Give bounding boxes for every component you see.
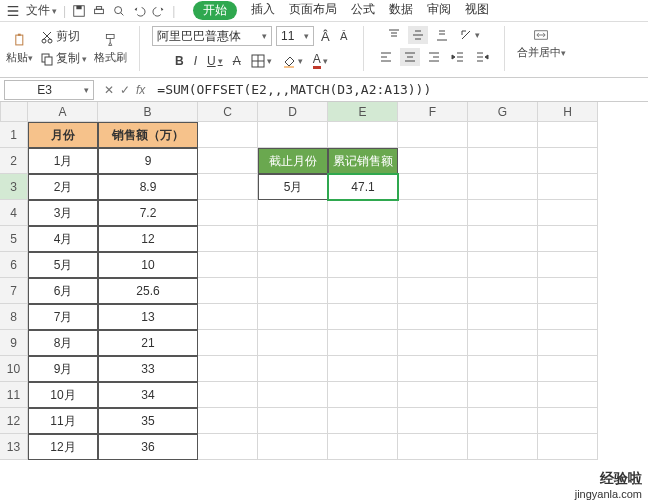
fx-icon[interactable]: fx	[136, 83, 145, 97]
cell[interactable]	[258, 408, 328, 434]
app-menu-icon[interactable]	[6, 4, 20, 18]
fill-color-button[interactable]: ▾	[279, 52, 306, 70]
cell[interactable]	[328, 304, 398, 330]
orientation-icon[interactable]: ▾	[456, 26, 483, 44]
cell[interactable]	[398, 434, 468, 460]
cell[interactable]	[258, 330, 328, 356]
col-header[interactable]: C	[198, 102, 258, 122]
cell[interactable]	[468, 304, 538, 330]
cell-month[interactable]: 3月	[28, 200, 98, 226]
cell[interactable]	[198, 122, 258, 148]
col-header[interactable]: H	[538, 102, 598, 122]
cell[interactable]	[468, 356, 538, 382]
cell[interactable]	[328, 122, 398, 148]
cell[interactable]	[198, 278, 258, 304]
italic-button[interactable]: I	[191, 52, 200, 70]
cell[interactable]	[258, 382, 328, 408]
cell-sales[interactable]: 25.6	[98, 278, 198, 304]
cell[interactable]	[328, 200, 398, 226]
cell-sales[interactable]: 35	[98, 408, 198, 434]
cell[interactable]	[198, 148, 258, 174]
paste-icon[interactable]	[10, 31, 30, 49]
cell[interactable]	[538, 148, 598, 174]
row-header[interactable]: 4	[0, 200, 28, 226]
cell-sales[interactable]: 12	[98, 226, 198, 252]
cell-sales[interactable]: 34	[98, 382, 198, 408]
cell[interactable]	[538, 356, 598, 382]
select-all-corner[interactable]	[0, 102, 28, 122]
undo-icon[interactable]	[132, 4, 146, 18]
col-header[interactable]: A	[28, 102, 98, 122]
cancel-formula-icon[interactable]: ✕	[104, 83, 114, 97]
cell[interactable]	[538, 434, 598, 460]
cell[interactable]	[398, 200, 468, 226]
accept-formula-icon[interactable]: ✓	[120, 83, 130, 97]
preview-icon[interactable]	[112, 4, 126, 18]
row-header[interactable]: 7	[0, 278, 28, 304]
cell[interactable]	[198, 330, 258, 356]
row-header[interactable]: 8	[0, 304, 28, 330]
cell[interactable]	[398, 408, 468, 434]
cell-sales[interactable]: 13	[98, 304, 198, 330]
cell-month[interactable]: 7月	[28, 304, 98, 330]
cell[interactable]	[468, 252, 538, 278]
cell[interactable]	[328, 356, 398, 382]
cell[interactable]	[468, 278, 538, 304]
row-header[interactable]: 12	[0, 408, 28, 434]
cell[interactable]	[198, 174, 258, 200]
font-size-select[interactable]: 11▾	[276, 26, 314, 46]
cell[interactable]	[198, 200, 258, 226]
cell-month[interactable]: 12月	[28, 434, 98, 460]
cell[interactable]	[258, 252, 328, 278]
tab-insert[interactable]: 插入	[251, 1, 275, 20]
cell[interactable]	[538, 226, 598, 252]
row-header[interactable]: 13	[0, 434, 28, 460]
cell-month[interactable]: 6月	[28, 278, 98, 304]
decrease-font-icon[interactable]: Ǎ	[337, 28, 351, 45]
format-painter-icon[interactable]	[101, 31, 121, 49]
col-header[interactable]: F	[398, 102, 468, 122]
align-top-icon[interactable]	[384, 26, 404, 44]
formula-input[interactable]: =SUM(OFFSET(E2,,,MATCH(D3,A2:A13)))	[151, 82, 648, 97]
cell[interactable]	[538, 252, 598, 278]
cell[interactable]	[468, 174, 538, 200]
cell[interactable]	[328, 408, 398, 434]
cell[interactable]	[398, 174, 468, 200]
cell[interactable]	[468, 382, 538, 408]
cell[interactable]	[258, 226, 328, 252]
cell-month[interactable]: 4月	[28, 226, 98, 252]
cell[interactable]	[468, 434, 538, 460]
row-header[interactable]: 1	[0, 122, 28, 148]
underline-button[interactable]: U▾	[204, 52, 226, 70]
cell[interactable]	[328, 330, 398, 356]
cell[interactable]	[198, 382, 258, 408]
print-icon[interactable]	[92, 4, 106, 18]
summary-month-value[interactable]: 5月	[258, 174, 328, 200]
cell[interactable]	[258, 122, 328, 148]
row-header[interactable]: 9	[0, 330, 28, 356]
align-middle-icon[interactable]	[408, 26, 428, 44]
indent-right-icon[interactable]	[472, 48, 492, 66]
cell[interactable]	[468, 330, 538, 356]
cell[interactable]	[468, 122, 538, 148]
cell[interactable]	[538, 174, 598, 200]
cell[interactable]	[328, 382, 398, 408]
tab-data[interactable]: 数据	[389, 1, 413, 20]
row-header[interactable]: 5	[0, 226, 28, 252]
cell[interactable]	[398, 252, 468, 278]
cell-month[interactable]: 11月	[28, 408, 98, 434]
align-left-icon[interactable]	[376, 48, 396, 66]
cell[interactable]	[198, 408, 258, 434]
cell[interactable]	[258, 278, 328, 304]
file-menu[interactable]: 文件▾	[26, 2, 57, 19]
indent-left-icon[interactable]	[448, 48, 468, 66]
cell[interactable]	[468, 408, 538, 434]
cell-month[interactable]: 9月	[28, 356, 98, 382]
cell[interactable]	[328, 226, 398, 252]
cell[interactable]	[398, 356, 468, 382]
cell-sales[interactable]: 21	[98, 330, 198, 356]
cell[interactable]	[538, 408, 598, 434]
cell[interactable]	[468, 148, 538, 174]
cell[interactable]	[258, 356, 328, 382]
cell[interactable]	[538, 200, 598, 226]
